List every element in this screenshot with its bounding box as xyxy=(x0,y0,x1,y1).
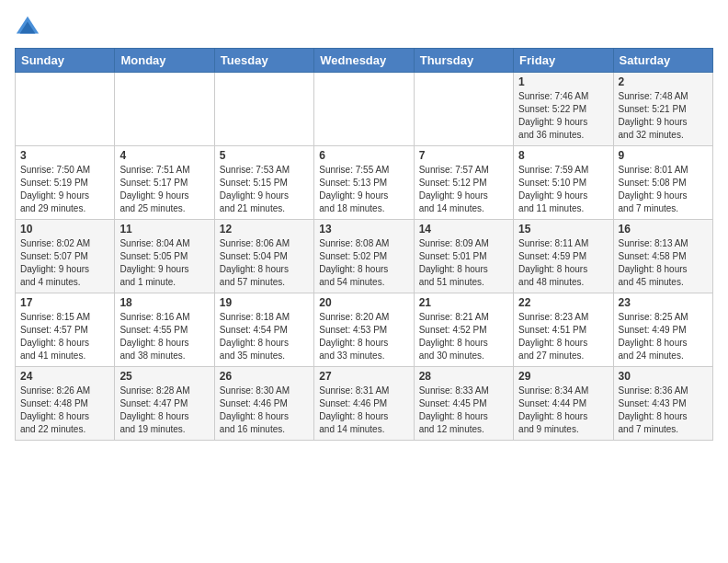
calendar-cell xyxy=(314,73,414,146)
day-number: 1 xyxy=(518,75,608,88)
page: SundayMondayTuesdayWednesdayThursdayFrid… xyxy=(0,0,728,563)
day-number: 21 xyxy=(419,296,508,309)
day-number: 16 xyxy=(619,223,708,236)
day-info: Sunrise: 8:09 AM Sunset: 5:01 PM Dayligh… xyxy=(419,237,508,289)
day-info: Sunrise: 7:50 AM Sunset: 5:19 PM Dayligh… xyxy=(20,164,109,215)
calendar-cell: 18Sunrise: 8:16 AM Sunset: 4:55 PM Dayli… xyxy=(115,293,214,367)
calendar-cell xyxy=(214,73,313,146)
calendar-cell: 22Sunrise: 8:23 AM Sunset: 4:51 PM Dayli… xyxy=(514,293,613,367)
day-info: Sunrise: 8:16 AM Sunset: 4:55 PM Dayligh… xyxy=(119,311,209,362)
day-info: Sunrise: 8:15 AM Sunset: 4:57 PM Dayligh… xyxy=(20,311,109,362)
calendar-cell: 1Sunrise: 7:46 AM Sunset: 5:22 PM Daylig… xyxy=(514,73,613,146)
logo-icon xyxy=(15,15,40,40)
calendar-cell: 4Sunrise: 7:51 AM Sunset: 5:17 PM Daylig… xyxy=(115,146,214,220)
day-number: 23 xyxy=(619,296,708,309)
day-info: Sunrise: 7:46 AM Sunset: 5:22 PM Dayligh… xyxy=(518,90,608,142)
day-info: Sunrise: 7:53 AM Sunset: 5:15 PM Dayligh… xyxy=(220,164,309,215)
day-number: 5 xyxy=(220,149,309,162)
day-info: Sunrise: 7:59 AM Sunset: 5:10 PM Dayligh… xyxy=(518,164,608,215)
calendar-cell: 10Sunrise: 8:02 AM Sunset: 5:07 PM Dayli… xyxy=(16,220,115,293)
day-number: 19 xyxy=(220,296,309,309)
day-info: Sunrise: 8:04 AM Sunset: 5:05 PM Dayligh… xyxy=(119,237,209,289)
calendar-cell: 15Sunrise: 8:11 AM Sunset: 4:59 PM Dayli… xyxy=(514,220,613,293)
calendar-cell: 17Sunrise: 8:15 AM Sunset: 4:57 PM Dayli… xyxy=(16,293,115,367)
calendar-cell xyxy=(16,73,115,146)
header-wednesday: Wednesday xyxy=(314,49,414,73)
calendar-cell: 28Sunrise: 8:33 AM Sunset: 4:45 PM Dayli… xyxy=(414,367,513,441)
calendar-cell: 21Sunrise: 8:21 AM Sunset: 4:52 PM Dayli… xyxy=(414,293,513,367)
week-row-1: 3Sunrise: 7:50 AM Sunset: 5:19 PM Daylig… xyxy=(16,146,713,220)
day-number: 13 xyxy=(319,223,408,236)
calendar-cell: 11Sunrise: 8:04 AM Sunset: 5:05 PM Dayli… xyxy=(115,220,214,293)
day-info: Sunrise: 8:33 AM Sunset: 4:45 PM Dayligh… xyxy=(419,385,508,436)
header-sunday: Sunday xyxy=(16,49,115,73)
header-row: SundayMondayTuesdayWednesdayThursdayFrid… xyxy=(16,49,713,73)
day-info: Sunrise: 8:20 AM Sunset: 4:53 PM Dayligh… xyxy=(319,311,408,362)
day-number: 24 xyxy=(20,370,109,383)
day-number: 27 xyxy=(319,370,408,383)
day-info: Sunrise: 8:01 AM Sunset: 5:08 PM Dayligh… xyxy=(619,164,708,215)
calendar-cell: 3Sunrise: 7:50 AM Sunset: 5:19 PM Daylig… xyxy=(16,146,115,220)
day-info: Sunrise: 7:55 AM Sunset: 5:13 PM Dayligh… xyxy=(319,164,408,215)
day-number: 2 xyxy=(619,75,708,88)
calendar-cell xyxy=(414,73,513,146)
day-number: 17 xyxy=(20,296,109,309)
day-info: Sunrise: 8:36 AM Sunset: 4:43 PM Dayligh… xyxy=(619,385,708,436)
day-number: 7 xyxy=(419,149,508,162)
calendar-cell: 29Sunrise: 8:34 AM Sunset: 4:44 PM Dayli… xyxy=(514,367,613,441)
day-number: 15 xyxy=(518,223,608,236)
header xyxy=(15,15,713,40)
day-info: Sunrise: 8:23 AM Sunset: 4:51 PM Dayligh… xyxy=(518,311,608,362)
header-saturday: Saturday xyxy=(613,49,712,73)
day-number: 11 xyxy=(119,223,209,236)
header-tuesday: Tuesday xyxy=(214,49,313,73)
day-number: 3 xyxy=(20,149,109,162)
calendar-cell: 14Sunrise: 8:09 AM Sunset: 5:01 PM Dayli… xyxy=(414,220,513,293)
day-info: Sunrise: 8:08 AM Sunset: 5:02 PM Dayligh… xyxy=(319,237,408,289)
calendar-cell: 27Sunrise: 8:31 AM Sunset: 4:46 PM Dayli… xyxy=(314,367,414,441)
calendar-cell: 25Sunrise: 8:28 AM Sunset: 4:47 PM Dayli… xyxy=(115,367,214,441)
calendar-cell: 19Sunrise: 8:18 AM Sunset: 4:54 PM Dayli… xyxy=(214,293,313,367)
logo xyxy=(15,15,44,40)
day-number: 10 xyxy=(20,223,109,236)
calendar-cell: 16Sunrise: 8:13 AM Sunset: 4:58 PM Dayli… xyxy=(613,220,712,293)
calendar-cell: 12Sunrise: 8:06 AM Sunset: 5:04 PM Dayli… xyxy=(214,220,313,293)
day-info: Sunrise: 7:48 AM Sunset: 5:21 PM Dayligh… xyxy=(619,90,708,142)
day-number: 8 xyxy=(518,149,608,162)
calendar-cell: 2Sunrise: 7:48 AM Sunset: 5:21 PM Daylig… xyxy=(613,73,712,146)
calendar-cell: 6Sunrise: 7:55 AM Sunset: 5:13 PM Daylig… xyxy=(314,146,414,220)
day-number: 6 xyxy=(319,149,408,162)
calendar-cell: 8Sunrise: 7:59 AM Sunset: 5:10 PM Daylig… xyxy=(514,146,613,220)
calendar-cell: 5Sunrise: 7:53 AM Sunset: 5:15 PM Daylig… xyxy=(214,146,313,220)
day-number: 12 xyxy=(220,223,309,236)
day-number: 4 xyxy=(119,149,209,162)
header-friday: Friday xyxy=(514,49,613,73)
week-row-0: 1Sunrise: 7:46 AM Sunset: 5:22 PM Daylig… xyxy=(16,73,713,146)
day-info: Sunrise: 8:28 AM Sunset: 4:47 PM Dayligh… xyxy=(119,385,209,436)
header-thursday: Thursday xyxy=(414,49,513,73)
day-info: Sunrise: 7:51 AM Sunset: 5:17 PM Dayligh… xyxy=(119,164,209,215)
day-number: 28 xyxy=(419,370,508,383)
calendar-cell: 9Sunrise: 8:01 AM Sunset: 5:08 PM Daylig… xyxy=(613,146,712,220)
day-number: 20 xyxy=(319,296,408,309)
day-info: Sunrise: 8:18 AM Sunset: 4:54 PM Dayligh… xyxy=(220,311,309,362)
day-info: Sunrise: 8:13 AM Sunset: 4:58 PM Dayligh… xyxy=(619,237,708,289)
calendar-cell xyxy=(115,73,214,146)
day-info: Sunrise: 8:11 AM Sunset: 4:59 PM Dayligh… xyxy=(518,237,608,289)
day-number: 29 xyxy=(518,370,608,383)
day-number: 9 xyxy=(619,149,708,162)
day-info: Sunrise: 7:57 AM Sunset: 5:12 PM Dayligh… xyxy=(419,164,508,215)
calendar-table: SundayMondayTuesdayWednesdayThursdayFrid… xyxy=(15,48,713,441)
day-number: 22 xyxy=(518,296,608,309)
day-number: 14 xyxy=(419,223,508,236)
header-monday: Monday xyxy=(115,49,214,73)
day-number: 25 xyxy=(119,370,209,383)
day-info: Sunrise: 8:21 AM Sunset: 4:52 PM Dayligh… xyxy=(419,311,508,362)
day-info: Sunrise: 8:02 AM Sunset: 5:07 PM Dayligh… xyxy=(20,237,109,289)
week-row-4: 24Sunrise: 8:26 AM Sunset: 4:48 PM Dayli… xyxy=(16,367,713,441)
day-info: Sunrise: 8:25 AM Sunset: 4:49 PM Dayligh… xyxy=(619,311,708,362)
day-info: Sunrise: 8:30 AM Sunset: 4:46 PM Dayligh… xyxy=(220,385,309,436)
day-info: Sunrise: 8:34 AM Sunset: 4:44 PM Dayligh… xyxy=(518,385,608,436)
calendar-cell: 30Sunrise: 8:36 AM Sunset: 4:43 PM Dayli… xyxy=(613,367,712,441)
calendar-cell: 24Sunrise: 8:26 AM Sunset: 4:48 PM Dayli… xyxy=(16,367,115,441)
